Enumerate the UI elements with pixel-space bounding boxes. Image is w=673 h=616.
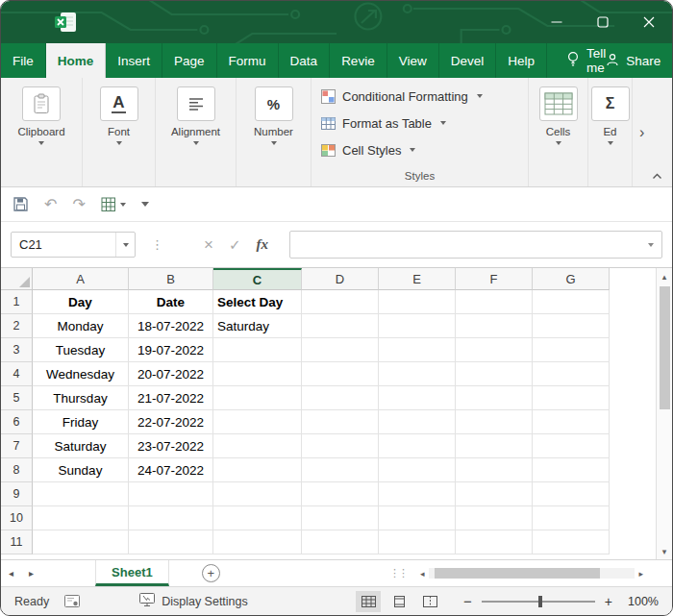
cell-D3[interactable] bbox=[302, 338, 379, 362]
cell-C1[interactable]: Select Day bbox=[213, 290, 302, 314]
cell-B8[interactable]: 24-07-2022 bbox=[129, 458, 213, 482]
sheet-nav-right-icon[interactable]: ▸ bbox=[21, 560, 41, 586]
row-header-1[interactable]: 1 bbox=[1, 290, 33, 314]
cell-A3[interactable]: Tuesday bbox=[33, 338, 129, 362]
cell-D2[interactable] bbox=[302, 314, 379, 338]
cell-A4[interactable]: Wednesday bbox=[33, 362, 129, 386]
cell-F4[interactable] bbox=[456, 362, 533, 386]
cell-B10[interactable] bbox=[129, 506, 213, 530]
cell-E1[interactable] bbox=[379, 290, 456, 314]
cell-C6[interactable] bbox=[213, 410, 302, 434]
ribbon-group-alignment[interactable]: Alignment bbox=[156, 78, 237, 186]
display-settings-button[interactable]: Display Settings bbox=[139, 593, 248, 609]
cancel-button[interactable]: × bbox=[204, 235, 213, 255]
cell-C4[interactable] bbox=[213, 362, 302, 386]
zoom-slider[interactable] bbox=[482, 601, 595, 603]
tab-page[interactable]: Page bbox=[162, 43, 217, 78]
row-header-2[interactable]: 2 bbox=[1, 314, 33, 338]
styles-item-cell-styles[interactable]: Cell Styles bbox=[321, 136, 518, 163]
cell-D7[interactable] bbox=[302, 434, 379, 458]
cell-E6[interactable] bbox=[379, 410, 456, 434]
cell-D4[interactable] bbox=[302, 362, 379, 386]
scroll-down-icon[interactable]: ▾ bbox=[657, 543, 672, 559]
cell-E7[interactable] bbox=[379, 434, 456, 458]
zoom-slider-thumb[interactable] bbox=[538, 596, 542, 607]
cell-D9[interactable] bbox=[302, 482, 379, 506]
cell-C10[interactable] bbox=[213, 506, 302, 530]
tab-view[interactable]: View bbox=[387, 43, 439, 78]
cell-G8[interactable] bbox=[533, 458, 610, 482]
horizontal-scrollbar-thumb[interactable] bbox=[435, 568, 600, 579]
cell-A10[interactable] bbox=[33, 506, 129, 530]
ribbon-group-clipboard[interactable]: Clipboard bbox=[1, 78, 83, 186]
cell-B3[interactable]: 19-07-2022 bbox=[129, 338, 213, 362]
cell-E9[interactable] bbox=[379, 482, 456, 506]
vertical-scrollbar[interactable]: ▴ ▾ bbox=[656, 268, 672, 559]
tab-data[interactable]: Data bbox=[279, 43, 331, 78]
column-header-B[interactable]: B bbox=[129, 268, 213, 290]
save-button[interactable] bbox=[12, 196, 29, 212]
cell-F6[interactable] bbox=[456, 410, 533, 434]
ribbon-overflow-button[interactable]: › bbox=[633, 78, 651, 186]
close-button[interactable] bbox=[626, 1, 672, 43]
cell-G7[interactable] bbox=[533, 434, 610, 458]
cell-E2[interactable] bbox=[379, 314, 456, 338]
cell-F5[interactable] bbox=[456, 386, 533, 410]
tab-file[interactable]: File bbox=[1, 43, 46, 78]
row-header-9[interactable]: 9 bbox=[1, 482, 33, 506]
cell-B9[interactable] bbox=[129, 482, 213, 506]
row-header-4[interactable]: 4 bbox=[1, 362, 33, 386]
maximize-button[interactable] bbox=[580, 1, 626, 43]
cell-G4[interactable] bbox=[533, 362, 610, 386]
row-header-5[interactable]: 5 bbox=[1, 386, 33, 410]
enter-button[interactable]: ✓ bbox=[229, 236, 241, 254]
vertical-scrollbar-thumb[interactable] bbox=[660, 286, 670, 409]
tab-insert[interactable]: Insert bbox=[106, 43, 162, 78]
row-header-7[interactable]: 7 bbox=[1, 434, 33, 458]
row-header-8[interactable]: 8 bbox=[1, 458, 33, 482]
cell-G9[interactable] bbox=[533, 482, 610, 506]
tab-devel[interactable]: Devel bbox=[439, 43, 497, 78]
ribbon-group-cells[interactable]: Cells bbox=[529, 78, 588, 186]
cell-B2[interactable]: 18-07-2022 bbox=[129, 314, 213, 338]
cell-G6[interactable] bbox=[533, 410, 610, 434]
sheet-nav-left-icon[interactable]: ◂ bbox=[1, 560, 21, 586]
cell-A5[interactable]: Thursday bbox=[33, 386, 129, 410]
zoom-out-button[interactable]: − bbox=[463, 593, 472, 609]
tab-home[interactable]: Home bbox=[46, 43, 107, 78]
cell-C3[interactable] bbox=[213, 338, 302, 362]
column-header-F[interactable]: F bbox=[456, 268, 533, 290]
scroll-left-icon[interactable]: ◂ bbox=[416, 569, 429, 579]
cell-G1[interactable] bbox=[533, 290, 610, 314]
cell-G11[interactable] bbox=[533, 530, 610, 554]
share-button[interactable]: Share bbox=[606, 43, 661, 78]
add-sheet-button[interactable]: + bbox=[202, 564, 220, 582]
cell-A6[interactable]: Friday bbox=[33, 410, 129, 434]
row-header-3[interactable]: 3 bbox=[1, 338, 33, 362]
cell-C7[interactable] bbox=[213, 434, 302, 458]
row-header-10[interactable]: 10 bbox=[1, 506, 33, 530]
insert-function-button[interactable]: fx bbox=[257, 236, 269, 253]
column-header-C[interactable]: C bbox=[213, 268, 302, 290]
cell-F9[interactable] bbox=[456, 482, 533, 506]
cell-F2[interactable] bbox=[456, 314, 533, 338]
tab-revie[interactable]: Revie bbox=[330, 43, 387, 78]
cell-G5[interactable] bbox=[533, 386, 610, 410]
cell-D6[interactable] bbox=[302, 410, 379, 434]
cell-F1[interactable] bbox=[456, 290, 533, 314]
horizontal-scrollbar[interactable]: ◂ ▸ bbox=[416, 560, 647, 586]
normal-view-button[interactable] bbox=[356, 591, 381, 612]
cell-B6[interactable]: 22-07-2022 bbox=[129, 410, 213, 434]
cell-E11[interactable] bbox=[379, 530, 456, 554]
page-layout-view-button[interactable] bbox=[386, 591, 411, 612]
splitter-dots-icon[interactable]: ⋮⋮ bbox=[389, 567, 407, 579]
row-header-11[interactable]: 11 bbox=[1, 530, 33, 554]
select-all-corner[interactable] bbox=[1, 268, 33, 290]
styles-item-format-as-table[interactable]: Format as Table bbox=[321, 110, 518, 136]
cell-F7[interactable] bbox=[456, 434, 533, 458]
name-box[interactable]: C21 bbox=[11, 232, 136, 258]
redo-button[interactable]: ↷ bbox=[72, 197, 85, 212]
cell-A9[interactable] bbox=[33, 482, 129, 506]
zoom-level[interactable]: 100% bbox=[628, 595, 659, 608]
cell-E3[interactable] bbox=[379, 338, 456, 362]
